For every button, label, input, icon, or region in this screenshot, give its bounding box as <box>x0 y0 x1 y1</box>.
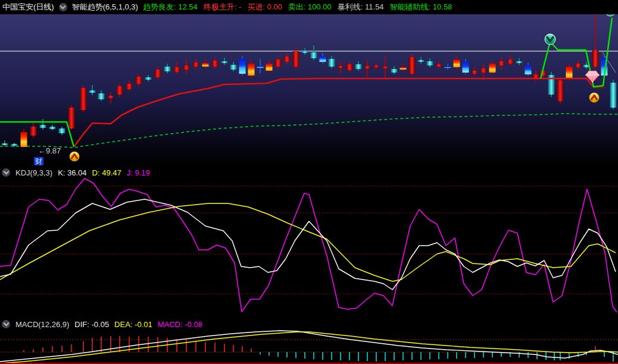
chevron-down-icon <box>3 321 9 327</box>
readout-卖出: 卖出: 100.00 <box>288 2 332 11</box>
top-status-bar: 中国宝安(日线) 智能趋势(6,5,1,0,3) 趋势良友: 12.54终极主升… <box>0 0 618 14</box>
readout-趋势良友: 趋势良友: 12.54 <box>143 2 198 11</box>
macd-dea-value: DEA: -0.01 <box>114 320 152 329</box>
kdj-d-value: D: 49.47 <box>92 168 121 177</box>
kdj-header: KDJ(9,3,3) K: 36.04 D: 49.47 J: 9.19 <box>0 167 618 178</box>
buy-signal-icon <box>589 93 599 102</box>
readout-暴利线: 暴利线: 11.54 <box>338 2 384 11</box>
macd-macd-value: MACD: -0.08 <box>158 320 202 329</box>
chevron-down-icon <box>60 4 66 10</box>
chevron-down-icon <box>3 169 9 175</box>
candle <box>80 86 87 112</box>
indicator-name: 智能趋势(6,5,1,0,3) <box>72 2 138 12</box>
macd-dif-value: DIF: -0.05 <box>74 320 109 329</box>
kdj-j-value: J: 9.19 <box>127 168 150 177</box>
candle <box>610 80 617 109</box>
readout-买进: 买进: 0.00 <box>247 2 282 11</box>
collapse-macd-icon[interactable] <box>2 320 10 328</box>
indicator-readouts: 趋势良友: 12.54终极主升: -买进: 0.00卖出: 100.00暴利线:… <box>143 2 458 12</box>
readout-智能辅助线: 智能辅助线: 10.58 <box>390 2 452 11</box>
macd-params: MACD(12,26,9) <box>15 320 69 329</box>
main-candlestick-chart: ←9.87←12.7 <box>0 14 618 165</box>
kdj-chart <box>0 165 618 317</box>
price-label: ←9.87 <box>38 146 61 155</box>
sell-signal-icon <box>545 34 555 45</box>
readout-终极主升: 终极主升: - <box>204 2 242 11</box>
macd-header: MACD(12,26,9) DIF: -0.05 DEA: -0.01 MACD… <box>0 319 618 330</box>
kdj-k-value: K: 36.04 <box>58 168 86 177</box>
trading-terminal: 中国宝安(日线) 智能趋势(6,5,1,0,3) 趋势良友: 12.54终极主升… <box>0 0 618 364</box>
buy-signal-icon <box>70 152 79 161</box>
candle <box>548 72 555 97</box>
candle <box>409 54 416 76</box>
kdj-params: KDJ(9,3,3) <box>15 168 52 177</box>
candle <box>68 105 75 130</box>
cai-label[interactable]: 财 <box>34 157 43 165</box>
collapse-main-chart-icon[interactable] <box>59 3 67 11</box>
candle <box>557 77 564 103</box>
collapse-kdj-icon[interactable] <box>2 168 10 177</box>
stock-title: 中国宝安(日线) <box>2 2 54 12</box>
